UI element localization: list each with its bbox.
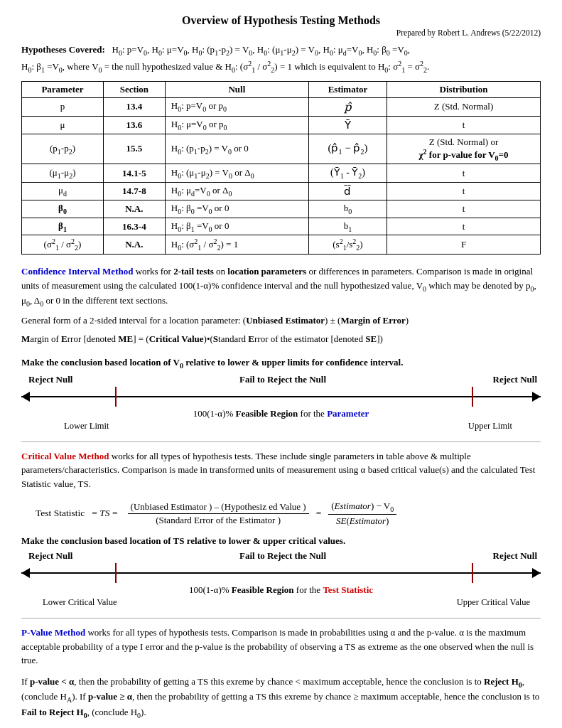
cell-section-mud: 14.7-8 <box>104 183 166 200</box>
cv-fail-reject-label: Fail to Reject the Null <box>239 550 326 562</box>
cell-param-mu: μ <box>22 116 104 134</box>
ci-arrow-line <box>21 396 541 397</box>
table-row: β1 16.3-4 H0: β1 =V0 or 0 b1 t <box>22 218 541 235</box>
prepared-by: Prepared by Robert L. Andrews (5/22/2012… <box>21 28 541 37</box>
col-header-null: Null <box>165 81 308 97</box>
pv-section: P-Value Method works for all types of hy… <box>21 626 541 720</box>
ci-arrow-left-head <box>21 392 30 402</box>
cell-dist-mu: t <box>387 116 541 134</box>
table-row: (σ21 / σ22) N.A. H0: (σ21 / σ22) = 1 (s2… <box>22 235 541 255</box>
cv-limits-row: Lower Critical Value Upper Critical Valu… <box>21 597 541 608</box>
cell-null-mu: H0: μ=V0 or p0 <box>165 116 308 134</box>
ci-param-word: Parameter <box>327 408 369 419</box>
col-header-estimator: Estimator <box>308 81 387 97</box>
cell-param-mu1mu2: (μ1-μ2) <box>22 164 104 183</box>
cv-arrow-instruction: Make the conclusion based location of TS… <box>21 534 541 548</box>
ci-limits-row: Lower Limit Upper Limit <box>21 421 541 432</box>
cell-est-b1: b1 <box>308 218 387 235</box>
page-title: Overview of Hypothesis Testing Methods <box>21 14 541 27</box>
table-row: μ 13.6 H0: μ=V0 or p0 Ȳ t <box>22 116 541 134</box>
divider-1 <box>21 441 541 442</box>
cv-upper-cv: Upper Critical Value <box>457 597 530 608</box>
cv-title: Critical Value Method <box>21 451 109 461</box>
cv-arrow-right-head <box>532 568 541 578</box>
table-row: (p1-p2) 15.5 H0: (p1-p2) = V0 or 0 (p̂1 … <box>22 134 541 164</box>
ci-paragraph-3: Margin of Error [denoted ME] = (Critical… <box>21 332 541 346</box>
cell-null-p: H0: p=V0 or p0 <box>165 97 308 116</box>
ci-arrow-section: Make the conclusion based location of V0… <box>21 355 541 432</box>
hypotheses-label: Hypotheses Covered: <box>21 44 105 55</box>
cell-dist-mud: t <box>387 183 541 200</box>
ci-title: Confidence Interval Method <box>21 266 133 277</box>
formula-equals: = <box>316 508 322 519</box>
ci-reject-right-label: Reject Null <box>493 374 537 385</box>
cell-est-p1p2: (p̂1 − p̂2) <box>308 134 387 164</box>
ci-arrow-instruction: Make the conclusion based location of V0… <box>21 355 541 371</box>
col-header-section: Section <box>104 81 166 97</box>
pv-title: P-Value Method <box>21 627 85 638</box>
ci-paragraph-2: General form of a 2-sided interval for a… <box>21 314 541 328</box>
fraction-1: (Unbiased Estimator ) – (Hypothesiz ed V… <box>128 501 309 526</box>
fraction2-den: SE(Estimator) <box>333 515 391 527</box>
cell-dist-p1p2: Z (Std. Normal) orχ2 for p-value for V0=… <box>387 134 541 164</box>
cv-tick-right <box>472 563 473 583</box>
cell-est-mud: d̄ <box>308 183 387 200</box>
ci-feasible-label: 100(1-α)% Feasible Region for the Parame… <box>21 408 541 419</box>
hypotheses-section: Hypotheses Covered: H0: p=V0, H0: μ=V0, … <box>21 43 541 75</box>
cell-param-p1p2: (p1-p2) <box>22 134 104 164</box>
cell-section-mu: 13.6 <box>104 116 166 134</box>
cv-arrow-line <box>21 572 541 574</box>
divider-2 <box>21 618 541 619</box>
cell-null-mud: H0: μd=V0 or Δ0 <box>165 183 308 200</box>
ci-arrow-right-head <box>532 392 541 402</box>
fraction-den: (Standard Error of the Estimator ) <box>153 514 283 526</box>
cv-paragraph-1: Critical Value Method works for all type… <box>21 449 541 491</box>
cell-null-sigma: H0: (σ21 / σ22) = 1 <box>165 235 308 255</box>
cell-dist-mu1mu2: t <box>387 164 541 183</box>
cell-param-b0: β0 <box>22 200 104 218</box>
cv-tick-left <box>115 563 117 583</box>
cell-null-b0: H0: β0 =V0 or 0 <box>165 200 308 218</box>
cell-section-p1p2: 15.5 <box>104 134 166 164</box>
cv-feasible-label: 100(1-α)% Feasible Region for the Test S… <box>21 584 541 596</box>
cv-arrow-section: Make the conclusion based location of TS… <box>21 534 541 609</box>
table-row: (μ1-μ2) 14.1-5 H0: (μ1-μ2) = V0 or Δ0 (Ȳ… <box>22 164 541 183</box>
table-row: p 13.4 H0: p=V0 or p0 p̂ Z (Std. Normal) <box>22 97 541 116</box>
cell-param-mud: μd <box>22 183 104 200</box>
cell-est-mu: Ȳ <box>308 116 387 134</box>
ci-tick-right <box>472 387 473 407</box>
cell-est-p: p̂ <box>308 97 387 116</box>
formula-block: Test Statistic = TS = (Unbiased Estimato… <box>36 500 541 527</box>
cell-section-b1: 16.3-4 <box>104 218 166 235</box>
cv-section: Critical Value Method works for all type… <box>21 449 541 491</box>
pv-body1: works for all types of hypothesis tests.… <box>21 627 534 665</box>
parameter-table: Parameter Section Null Estimator Distrib… <box>21 81 541 255</box>
fraction-num: (Unbiased Estimator ) – (Hypothesiz ed V… <box>128 501 309 514</box>
formula-lhs: Test Statistic = TS = <box>36 508 118 519</box>
ci-arrow-labels: Reject Null Fail to Reject the Null Reje… <box>21 374 541 385</box>
ci-tick-left <box>115 387 117 407</box>
pv-paragraph-2: If p-value < α, then the probability of … <box>21 675 541 721</box>
cell-est-sigma: (s21/s22) <box>308 235 387 255</box>
col-header-distribution: Distribution <box>387 81 541 97</box>
cell-param-p: p <box>22 97 104 116</box>
fraction2-num: (Estimator) − V0 <box>328 500 396 515</box>
cv-arrow-labels: Reject Null Fail to Reject the Null Reje… <box>21 550 541 562</box>
cell-dist-b0: t <box>387 200 541 218</box>
hypotheses-body1: H0: p=V0, H0: μ=V0, H0: (p1-p2) = V0, H0… <box>107 44 410 55</box>
ci-upper-limit: Upper Limit <box>468 421 512 432</box>
col-header-parameter: Parameter <box>22 81 104 97</box>
cv-reject-right-label: Reject Null <box>493 550 537 562</box>
cell-section-mu1mu2: 14.1-5 <box>104 164 166 183</box>
cell-section-b0: N.A. <box>104 200 166 218</box>
pv-paragraph-1: P-Value Method works for all types of hy… <box>21 626 541 668</box>
cell-dist-b1: t <box>387 218 541 235</box>
cv-reject-left-label: Reject Null <box>28 550 72 562</box>
cell-section-p: 13.4 <box>104 97 166 116</box>
cell-dist-p: Z (Std. Normal) <box>387 97 541 116</box>
ci-paragraph-1: Confidence Interval Method works for 2-t… <box>21 264 541 309</box>
cv-arrow-left-head <box>21 568 30 578</box>
cell-param-b1: β1 <box>22 218 104 235</box>
ci-arrow-container <box>21 387 541 407</box>
table-row: β0 N.A. H0: β0 =V0 or 0 b0 t <box>22 200 541 218</box>
